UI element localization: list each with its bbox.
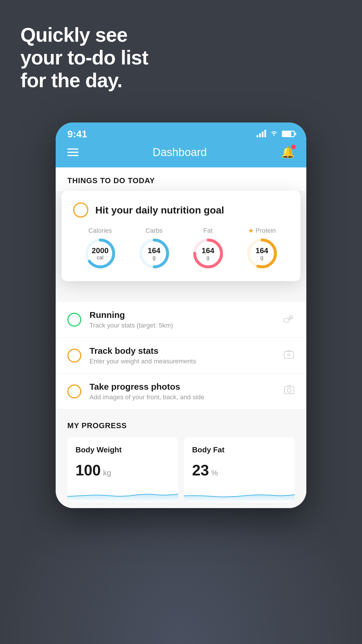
photos-subtitle: Add images of your front, back, and side [89, 393, 275, 401]
protein-ring: 164 g [246, 237, 278, 270]
nutrition-card-title: Hit your daily nutrition goal [95, 204, 224, 216]
body-weight-chart [67, 485, 178, 502]
nutrition-fat: Fat 164 g [192, 227, 224, 270]
notification-dot [291, 145, 296, 149]
body-weight-unit: kg [103, 468, 111, 477]
protein-value: 164 [256, 246, 268, 255]
body-fat-value-row: 23 % [192, 461, 287, 479]
status-icons [256, 130, 295, 138]
svg-point-12 [288, 354, 290, 356]
section-header: THINGS TO DO TODAY [56, 167, 306, 191]
nutrition-circles: Calories 2000 cal Carbs [73, 227, 289, 270]
body-stats-circle [67, 349, 81, 363]
signal-icon [256, 130, 266, 137]
progress-cards: Body Weight 100 kg [67, 437, 295, 502]
body-fat-chart [184, 485, 295, 502]
fat-ring: 164 g [192, 237, 224, 270]
phone-mockup: 9:41 Dashboard 🔔 [56, 123, 306, 508]
wifi-icon [270, 130, 278, 138]
nav-bar: Dashboard 🔔 [56, 143, 306, 167]
todo-list: Running Track your stats (target: 5km) [56, 302, 306, 410]
scale-icon [283, 349, 295, 362]
running-title: Running [89, 310, 275, 320]
fat-label: Fat [203, 227, 213, 235]
todo-item-running[interactable]: Running Track your stats (target: 5km) [56, 302, 306, 338]
body-fat-card: Body Fat 23 % [184, 437, 295, 502]
svg-point-10 [290, 316, 292, 318]
notification-button[interactable]: 🔔 [281, 146, 295, 159]
body-weight-value: 100 [75, 461, 101, 479]
body-stats-subtitle: Enter your weight and measurements [89, 358, 275, 365]
nutrition-card: Hit your daily nutrition goal Calories 2… [61, 191, 301, 281]
progress-section: MY PROGRESS Body Weight 100 kg [56, 410, 306, 508]
photos-circle [67, 384, 81, 398]
svg-point-0 [273, 135, 275, 136]
status-bar: 9:41 [56, 123, 306, 143]
photos-text: Take progress photos Add images of your … [89, 382, 275, 401]
progress-header: MY PROGRESS [67, 421, 295, 430]
star-icon: ★ [248, 227, 254, 235]
body-fat-title: Body Fat [192, 445, 287, 454]
status-time: 9:41 [67, 128, 87, 140]
menu-button[interactable] [67, 148, 78, 156]
body-stats-title: Track body stats [89, 346, 275, 356]
body-fat-unit: % [211, 468, 218, 477]
task-circle-nutrition[interactable] [73, 202, 88, 218]
body-weight-value-row: 100 kg [75, 461, 170, 479]
carbs-ring: 164 g [138, 237, 170, 270]
hero-title: Quickly see your to-do list for the day. [20, 23, 148, 92]
protein-label-row: ★ Protein [248, 227, 276, 235]
todo-item-photos[interactable]: Take progress photos Add images of your … [56, 374, 306, 410]
calories-unit: cal [92, 255, 109, 260]
main-content: THINGS TO DO TODAY Hit your daily nutrit… [56, 167, 306, 508]
carbs-unit: g [148, 255, 160, 260]
photo-icon [284, 385, 295, 398]
running-circle [67, 313, 81, 327]
svg-rect-11 [284, 351, 294, 358]
running-text: Running Track your stats (target: 5km) [89, 310, 275, 329]
body-stats-text: Track body stats Enter your weight and m… [89, 346, 275, 365]
carbs-label: Carbs [145, 227, 163, 235]
body-weight-title: Body Weight [75, 445, 170, 454]
protein-label: Protein [256, 227, 276, 235]
fat-value: 164 [202, 246, 214, 255]
carbs-value: 164 [148, 246, 160, 255]
nutrition-carbs: Carbs 164 g [138, 227, 170, 270]
svg-point-14 [287, 388, 291, 392]
svg-rect-13 [284, 387, 294, 394]
fat-unit: g [202, 255, 214, 260]
todo-item-body-stats[interactable]: Track body stats Enter your weight and m… [56, 338, 306, 374]
svg-point-9 [284, 318, 289, 322]
protein-unit: g [256, 255, 268, 260]
battery-icon [282, 131, 295, 137]
nutrition-protein: ★ Protein 164 g [246, 227, 278, 270]
nutrition-calories: Calories 2000 cal [84, 227, 116, 270]
body-fat-value: 23 [192, 461, 209, 479]
photos-title: Take progress photos [89, 382, 275, 392]
calories-label: Calories [88, 227, 112, 235]
running-icon [283, 314, 295, 326]
running-subtitle: Track your stats (target: 5km) [89, 322, 275, 329]
nav-title: Dashboard [153, 146, 207, 159]
calories-ring: 2000 cal [84, 237, 116, 270]
calories-value: 2000 [92, 246, 109, 255]
body-weight-card: Body Weight 100 kg [67, 437, 178, 502]
